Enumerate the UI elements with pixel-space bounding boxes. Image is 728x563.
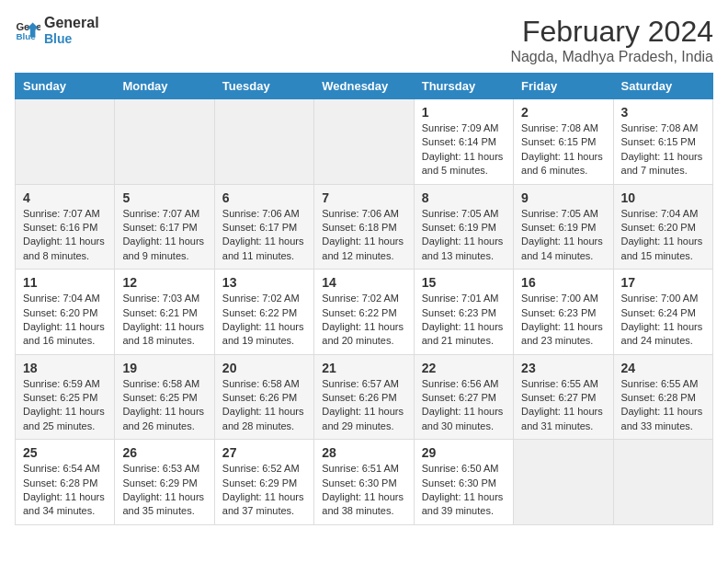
calendar-cell: 6Sunrise: 7:06 AMSunset: 6:17 PMDaylight…: [214, 184, 313, 270]
day-number: 4: [23, 190, 107, 205]
day-header-friday: Friday: [514, 74, 613, 99]
calendar-week-row: 18Sunrise: 6:59 AMSunset: 6:25 PMDayligh…: [16, 354, 713, 440]
day-number: 21: [322, 361, 405, 375]
calendar-cell: 19Sunrise: 6:58 AMSunset: 6:25 PMDayligh…: [115, 354, 214, 440]
day-number: 2: [521, 105, 605, 120]
calendar-cell: 10Sunrise: 7:04 AMSunset: 6:20 PMDayligh…: [613, 184, 712, 270]
calendar-cell: 20Sunrise: 6:58 AMSunset: 6:26 PMDayligh…: [214, 354, 313, 440]
calendar-cell: 18Sunrise: 6:59 AMSunset: 6:25 PMDayligh…: [16, 354, 115, 440]
calendar-cell: 4Sunrise: 7:07 AMSunset: 6:16 PMDaylight…: [16, 184, 115, 270]
calendar-cell: [214, 99, 313, 185]
day-info: Sunrise: 7:09 AMSunset: 6:14 PMDaylight:…: [422, 121, 506, 178]
day-number: 1: [422, 105, 506, 120]
calendar-cell: 17Sunrise: 7:00 AMSunset: 6:24 PMDayligh…: [613, 270, 712, 355]
day-info: Sunrise: 7:04 AMSunset: 6:20 PMDaylight:…: [621, 207, 705, 264]
calendar-cell: 2Sunrise: 7:08 AMSunset: 6:15 PMDaylight…: [514, 99, 613, 185]
day-info: Sunrise: 7:06 AMSunset: 6:17 PMDaylight:…: [222, 207, 306, 264]
calendar-cell: 8Sunrise: 7:05 AMSunset: 6:19 PMDaylight…: [414, 184, 513, 270]
calendar-cell: [16, 99, 115, 185]
day-header-saturday: Saturday: [613, 74, 712, 99]
calendar-week-row: 1Sunrise: 7:09 AMSunset: 6:14 PMDaylight…: [16, 99, 713, 185]
day-info: Sunrise: 7:08 AMSunset: 6:15 PMDaylight:…: [621, 121, 705, 178]
day-number: 11: [23, 275, 107, 290]
page-title: February 2024: [510, 15, 713, 49]
day-info: Sunrise: 7:06 AMSunset: 6:18 PMDaylight:…: [322, 207, 405, 264]
calendar-table: SundayMondayTuesdayWednesdayThursdayFrid…: [15, 73, 713, 525]
day-number: 26: [122, 445, 206, 460]
day-info: Sunrise: 7:08 AMSunset: 6:15 PMDaylight:…: [521, 121, 605, 178]
day-number: 27: [222, 445, 306, 460]
calendar-cell: 12Sunrise: 7:03 AMSunset: 6:21 PMDayligh…: [115, 270, 214, 355]
day-info: Sunrise: 7:03 AMSunset: 6:21 PMDaylight:…: [122, 292, 206, 349]
day-info: Sunrise: 7:00 AMSunset: 6:24 PMDaylight:…: [621, 292, 705, 349]
day-info: Sunrise: 6:54 AMSunset: 6:28 PMDaylight:…: [23, 462, 107, 519]
calendar-week-row: 4Sunrise: 7:07 AMSunset: 6:16 PMDaylight…: [16, 184, 713, 270]
day-number: 18: [23, 361, 107, 375]
day-number: 6: [222, 190, 306, 205]
day-number: 19: [122, 361, 206, 375]
logo: General Blue General Blue: [15, 15, 99, 46]
calendar-week-row: 11Sunrise: 7:04 AMSunset: 6:20 PMDayligh…: [16, 270, 713, 355]
calendar-cell: 7Sunrise: 7:06 AMSunset: 6:18 PMDaylight…: [314, 184, 414, 270]
calendar-cell: [613, 440, 712, 525]
calendar-cell: 13Sunrise: 7:02 AMSunset: 6:22 PMDayligh…: [214, 270, 313, 355]
day-number: 14: [322, 275, 405, 290]
day-info: Sunrise: 7:02 AMSunset: 6:22 PMDaylight:…: [222, 292, 306, 349]
day-number: 29: [422, 445, 506, 460]
logo-blue: Blue: [44, 31, 99, 46]
day-info: Sunrise: 7:01 AMSunset: 6:23 PMDaylight:…: [422, 292, 506, 349]
day-info: Sunrise: 6:53 AMSunset: 6:29 PMDaylight:…: [122, 462, 206, 519]
day-info: Sunrise: 6:58 AMSunset: 6:25 PMDaylight:…: [122, 377, 206, 434]
calendar-week-row: 25Sunrise: 6:54 AMSunset: 6:28 PMDayligh…: [16, 440, 713, 525]
logo-icon: General Blue: [15, 17, 40, 43]
day-header-monday: Monday: [115, 74, 214, 99]
calendar-cell: 21Sunrise: 6:57 AMSunset: 6:26 PMDayligh…: [314, 354, 414, 440]
day-header-wednesday: Wednesday: [314, 74, 414, 99]
day-info: Sunrise: 7:07 AMSunset: 6:17 PMDaylight:…: [122, 207, 206, 264]
title-area: February 2024 Nagda, Madhya Pradesh, Ind…: [510, 15, 713, 65]
day-number: 23: [521, 361, 605, 375]
day-info: Sunrise: 6:50 AMSunset: 6:30 PMDaylight:…: [422, 462, 506, 519]
day-number: 24: [621, 361, 705, 375]
day-number: 5: [122, 190, 206, 205]
day-info: Sunrise: 6:52 AMSunset: 6:29 PMDaylight:…: [222, 462, 306, 519]
day-number: 17: [621, 275, 705, 290]
logo-general: General: [44, 15, 99, 31]
day-header-tuesday: Tuesday: [214, 74, 313, 99]
calendar-cell: 14Sunrise: 7:02 AMSunset: 6:22 PMDayligh…: [314, 270, 414, 355]
day-number: 16: [521, 275, 605, 290]
day-info: Sunrise: 6:59 AMSunset: 6:25 PMDaylight:…: [23, 377, 107, 434]
calendar-cell: 1Sunrise: 7:09 AMSunset: 6:14 PMDaylight…: [414, 99, 513, 185]
day-number: 9: [521, 190, 605, 205]
calendar-cell: 9Sunrise: 7:05 AMSunset: 6:19 PMDaylight…: [514, 184, 613, 270]
day-number: 3: [621, 105, 705, 120]
page-header: General Blue General Blue February 2024 …: [15, 15, 713, 65]
day-info: Sunrise: 7:07 AMSunset: 6:16 PMDaylight:…: [23, 207, 107, 264]
calendar-cell: 5Sunrise: 7:07 AMSunset: 6:17 PMDaylight…: [115, 184, 214, 270]
day-number: 15: [422, 275, 506, 290]
calendar-body: 1Sunrise: 7:09 AMSunset: 6:14 PMDaylight…: [16, 99, 713, 525]
calendar-cell: 27Sunrise: 6:52 AMSunset: 6:29 PMDayligh…: [214, 440, 313, 525]
day-info: Sunrise: 6:57 AMSunset: 6:26 PMDaylight:…: [322, 377, 405, 434]
day-number: 28: [322, 445, 405, 460]
day-number: 10: [621, 190, 705, 205]
calendar-cell: 26Sunrise: 6:53 AMSunset: 6:29 PMDayligh…: [115, 440, 214, 525]
day-info: Sunrise: 6:55 AMSunset: 6:28 PMDaylight:…: [621, 377, 705, 434]
day-info: Sunrise: 7:02 AMSunset: 6:22 PMDaylight:…: [322, 292, 405, 349]
day-info: Sunrise: 6:51 AMSunset: 6:30 PMDaylight:…: [322, 462, 405, 519]
calendar-cell: 29Sunrise: 6:50 AMSunset: 6:30 PMDayligh…: [414, 440, 513, 525]
day-number: 7: [322, 190, 405, 205]
day-number: 8: [422, 190, 506, 205]
day-info: Sunrise: 6:56 AMSunset: 6:27 PMDaylight:…: [422, 377, 506, 434]
day-number: 12: [122, 275, 206, 290]
day-info: Sunrise: 7:00 AMSunset: 6:23 PMDaylight:…: [521, 292, 605, 349]
calendar-cell: [514, 440, 613, 525]
day-number: 13: [222, 275, 306, 290]
day-header-thursday: Thursday: [414, 74, 513, 99]
day-header-sunday: Sunday: [16, 74, 115, 99]
calendar-cell: 11Sunrise: 7:04 AMSunset: 6:20 PMDayligh…: [16, 270, 115, 355]
day-info: Sunrise: 7:05 AMSunset: 6:19 PMDaylight:…: [422, 207, 506, 264]
calendar-cell: [115, 99, 214, 185]
calendar-cell: [314, 99, 414, 185]
calendar-cell: 16Sunrise: 7:00 AMSunset: 6:23 PMDayligh…: [514, 270, 613, 355]
